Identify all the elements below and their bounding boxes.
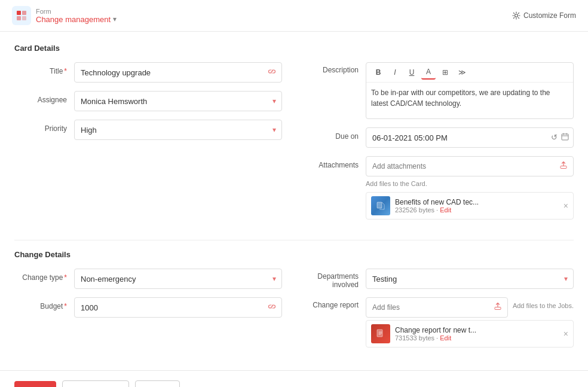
file-edit-link[interactable]: Edit xyxy=(440,206,451,214)
italic-button[interactable]: I xyxy=(388,65,402,80)
change-type-row: Change type* Non-emergency ▾ xyxy=(14,269,282,289)
svg-rect-2 xyxy=(17,16,21,20)
change-report-file-meta: 731533 bytes · Edit xyxy=(395,334,568,342)
due-on-row: Due on ↺ xyxy=(306,127,574,148)
change-report-upload-icon xyxy=(494,303,502,313)
description-editor: B I U A ⊞ ≫ To be in-par with our compet… xyxy=(366,62,574,119)
attachment-file-item: Benefits of new CAD tec... 232526 bytes … xyxy=(366,192,574,220)
description-label: Description xyxy=(306,62,366,74)
attach-input[interactable] xyxy=(366,156,574,176)
card-details-grid: Title* xyxy=(14,62,574,230)
attach-upload-icon xyxy=(559,161,568,172)
change-type-label: Change type* xyxy=(14,269,74,282)
header: Form Change management ▾ Customize Form xyxy=(0,0,588,32)
svg-rect-5 xyxy=(562,134,568,140)
form-chevron-icon[interactable]: ▾ xyxy=(113,15,117,23)
change-report-file-info: Change report for new t... 731533 bytes … xyxy=(395,326,568,342)
assignee-select-wrapper: Monica Hemsworth ▾ xyxy=(74,91,282,111)
customize-form-label: Customize Form xyxy=(523,11,576,20)
calendar-icon[interactable] xyxy=(561,133,569,142)
change-report-row: Change report xyxy=(306,297,574,350)
priority-select-wrapper: High ▾ xyxy=(74,120,282,140)
priority-control: High ▾ xyxy=(74,120,282,140)
editor-toolbar: B I U A ⊞ ≫ xyxy=(366,63,573,83)
save-draft-button[interactable]: Save as Draft xyxy=(62,380,130,387)
form-name[interactable]: Change management xyxy=(36,15,111,24)
logo-icon xyxy=(12,6,31,25)
title-label: Title* xyxy=(14,62,74,75)
assignee-row: Assignee Monica Hemsworth ▾ xyxy=(14,91,282,111)
change-report-label: Change report xyxy=(306,297,366,309)
priority-select[interactable]: High xyxy=(74,120,282,140)
card-details-section: Card Details Title* xyxy=(14,44,574,230)
due-on-input[interactable] xyxy=(366,127,574,148)
svg-rect-1 xyxy=(22,11,26,15)
footer: Save Save as Draft Cancel xyxy=(0,370,588,387)
budget-control xyxy=(74,297,282,318)
title-link-icon xyxy=(268,68,276,78)
underline-button[interactable]: U xyxy=(405,65,419,80)
title-control xyxy=(74,62,282,83)
departments-select-wrapper: Testing ▾ xyxy=(366,269,574,289)
change-type-select[interactable]: Non-emergency xyxy=(74,269,282,289)
cancel-button[interactable]: Cancel xyxy=(135,380,179,387)
change-report-input-wrapper xyxy=(366,297,508,318)
svg-rect-6 xyxy=(561,166,566,169)
priority-label: Priority xyxy=(14,120,74,133)
file-close-icon[interactable]: × xyxy=(564,201,568,211)
assignee-label: Assignee xyxy=(14,91,74,104)
card-details-right: Description B I U A ⊞ ≫ To be in-par wit… xyxy=(306,62,574,230)
title-input[interactable] xyxy=(74,62,282,83)
change-report-edit-link[interactable]: Edit xyxy=(440,334,451,342)
change-type-control: Non-emergency ▾ xyxy=(74,269,282,289)
budget-label: Budget* xyxy=(14,297,74,310)
change-report-close-icon[interactable]: × xyxy=(564,329,568,339)
budget-input-wrapper xyxy=(74,297,282,318)
file-thumbnail-cad xyxy=(371,196,390,215)
table-button[interactable]: ⊞ xyxy=(438,65,452,80)
file-info: Benefits of new CAD tec... 232526 bytes … xyxy=(395,198,568,214)
budget-input[interactable] xyxy=(74,297,282,318)
card-details-title: Card Details xyxy=(14,44,574,53)
customize-form-button[interactable]: Customize Form xyxy=(512,11,576,20)
departments-select[interactable]: Testing xyxy=(366,269,574,289)
svg-rect-0 xyxy=(17,11,21,15)
description-content[interactable]: To be in-par with our competitors, we ar… xyxy=(366,83,573,118)
assignee-control: Monica Hemsworth ▾ xyxy=(74,91,282,111)
due-on-control: ↺ xyxy=(366,127,574,148)
title-row: Title* xyxy=(14,62,282,83)
section-divider xyxy=(14,240,574,240)
attachments-row: Attachments xyxy=(306,156,574,222)
form-label: Form xyxy=(36,8,117,15)
app-container: Form Change management ▾ Customize Form … xyxy=(0,0,588,387)
svg-rect-3 xyxy=(22,16,26,20)
attachments-label: Attachments xyxy=(306,156,366,169)
attach-input-wrapper xyxy=(366,156,574,176)
bold-button[interactable]: B xyxy=(371,65,385,80)
more-options-button[interactable]: ≫ xyxy=(455,65,469,80)
gear-icon xyxy=(512,11,520,20)
change-report-file-name: Change report for new t... xyxy=(395,326,568,334)
undo-icon[interactable]: ↺ xyxy=(551,133,558,142)
header-form-info: Form Change management ▾ xyxy=(36,8,117,24)
file-name: Benefits of new CAD tec... xyxy=(395,198,568,206)
header-left: Form Change management ▾ xyxy=(12,6,117,25)
change-report-file-item: Change report for new t... 731533 bytes … xyxy=(366,320,574,348)
save-button[interactable]: Save xyxy=(14,381,56,387)
svg-rect-7 xyxy=(377,202,382,208)
change-report-input[interactable] xyxy=(366,297,508,318)
add-files-hint: Add files to the Jobs. xyxy=(513,297,574,309)
change-details-left: Change type* Non-emergency ▾ xyxy=(14,269,282,358)
change-report-area: Add files to the Jobs. xyxy=(366,297,574,350)
change-type-select-wrapper: Non-emergency ▾ xyxy=(74,269,282,289)
budget-row: Budget* xyxy=(14,297,282,318)
change-details-right: Departments involved Testing ▾ xyxy=(306,269,574,358)
budget-link-icon xyxy=(268,303,276,313)
assignee-select[interactable]: Monica Hemsworth xyxy=(74,91,282,111)
attachments-area: Add files to the Card. xyxy=(366,156,574,222)
text-color-button[interactable]: A xyxy=(421,65,436,80)
change-details-section: Change Details Change type* Non-emergenc… xyxy=(14,250,574,358)
svg-point-4 xyxy=(514,14,517,17)
title-input-wrapper xyxy=(74,62,282,83)
change-details-title: Change Details xyxy=(14,250,574,259)
